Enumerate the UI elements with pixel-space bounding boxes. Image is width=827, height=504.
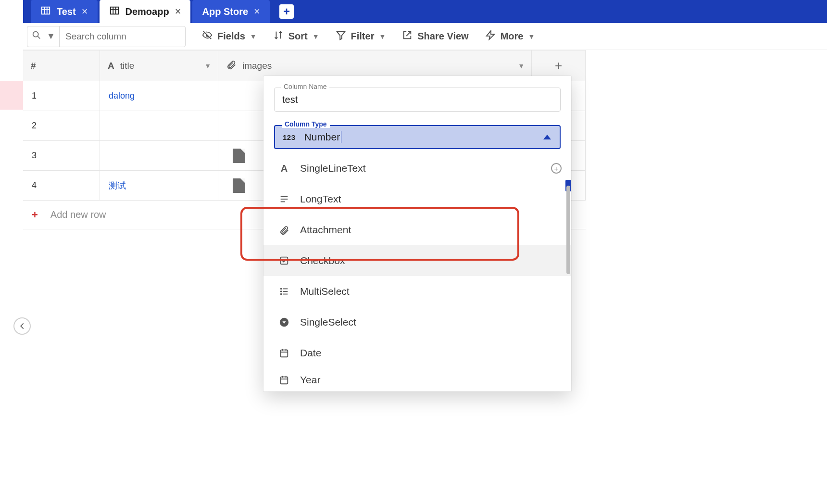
svg-point-21 [281, 294, 282, 295]
bolt-icon [485, 30, 496, 43]
plus-icon: + [32, 209, 38, 221]
column-type-label: Column Type [282, 120, 330, 128]
text-type-icon: A [278, 163, 290, 174]
external-link-icon [402, 30, 413, 43]
tab-label: Test [57, 6, 76, 17]
plus-circle-icon[interactable]: + [551, 163, 562, 174]
column-config-popup: Column Name Column Type 123 Number A Sin… [263, 76, 571, 391]
search-column-box[interactable]: ▼ [27, 26, 186, 47]
search-icon [31, 30, 42, 43]
svg-marker-10 [337, 32, 345, 40]
close-icon[interactable]: × [254, 5, 260, 18]
type-option-date[interactable]: Date [263, 338, 571, 368]
filter-button[interactable]: Filter ▼ [336, 30, 386, 43]
file-icon[interactable] [233, 178, 245, 193]
svg-rect-4 [110, 7, 118, 14]
file-icon[interactable] [233, 149, 245, 163]
list-icon [278, 286, 290, 297]
column-name-input[interactable] [274, 88, 561, 112]
svg-rect-24 [281, 350, 288, 357]
svg-rect-0 [42, 7, 50, 14]
sort-button[interactable]: Sort ▼ [273, 30, 319, 43]
column-header-index[interactable]: # [23, 50, 100, 81]
share-view-button[interactable]: Share View [402, 30, 468, 43]
tab-test[interactable]: Test × [31, 0, 98, 23]
chevron-down-icon[interactable]: ▼ [204, 62, 211, 70]
text-type-icon: A [108, 61, 114, 71]
tab-demoapp[interactable]: Demoapp × [100, 0, 191, 23]
type-option-multiselect[interactable]: MultiSelect [263, 276, 571, 307]
sidebar-collapse-button[interactable] [13, 317, 31, 335]
dropdown-icon [278, 317, 290, 328]
chevron-down-icon: ▼ [47, 31, 55, 41]
table-icon [40, 5, 51, 18]
type-option-longtext[interactable]: LongText [263, 184, 571, 214]
chevron-down-icon[interactable]: ▼ [518, 62, 525, 70]
chevron-down-icon: ▼ [313, 33, 319, 40]
checkbox-icon [278, 255, 290, 266]
svg-line-9 [38, 36, 40, 38]
view-toolbar: ▼ Fields ▼ Sort ▼ Filter ▼ Share View [23, 23, 827, 50]
tab-label: App Store [202, 6, 248, 17]
type-option-singleselect[interactable]: SingleSelect [263, 307, 571, 338]
type-option-singlelinetext[interactable]: A SingleLineText + [263, 153, 571, 184]
more-button[interactable]: More ▼ [485, 30, 535, 43]
chevron-up-icon [543, 135, 551, 139]
type-option-attachment[interactable]: Attachment [263, 214, 571, 245]
tab-bar: Test × Demoapp × App Store × + [23, 0, 827, 23]
filter-icon [336, 30, 346, 43]
search-input[interactable] [60, 31, 185, 42]
close-icon[interactable]: × [82, 5, 88, 18]
attachment-icon [226, 59, 237, 72]
calendar-icon [278, 348, 290, 358]
eye-off-icon [202, 30, 213, 43]
attachment-icon [278, 225, 290, 235]
column-header-title[interactable]: A title ▼ [100, 50, 218, 81]
tab-appstore[interactable]: App Store × [192, 0, 269, 23]
chevron-down-icon: ▼ [528, 33, 535, 40]
number-type-icon: 123 [283, 133, 296, 141]
sort-icon [273, 30, 284, 43]
calendar-icon [278, 375, 290, 385]
table-icon [109, 5, 120, 18]
sidebar-highlight [0, 81, 23, 110]
type-option-checkbox[interactable]: Checkbox [263, 245, 571, 276]
close-icon[interactable]: × [175, 5, 181, 18]
longtext-icon [278, 194, 290, 204]
scrollbar-thumb[interactable] [566, 186, 570, 274]
svg-point-19 [281, 289, 282, 290]
fields-button[interactable]: Fields ▼ [202, 30, 257, 43]
text-cursor [341, 131, 341, 143]
svg-rect-15 [281, 257, 288, 265]
column-type-select[interactable]: Column Type 123 Number [274, 125, 561, 149]
svg-rect-28 [281, 377, 288, 384]
tab-label: Demoapp [125, 6, 169, 17]
column-name-label: Column Name [281, 83, 329, 90]
type-option-year[interactable]: Year [263, 368, 571, 391]
add-tab-button[interactable]: + [279, 4, 294, 19]
chevron-down-icon: ▼ [250, 33, 257, 40]
svg-point-8 [33, 32, 38, 37]
svg-marker-11 [486, 31, 494, 39]
column-type-list: A SingleLineText + LongText Attachment C… [263, 153, 571, 391]
svg-point-20 [281, 291, 282, 292]
chevron-down-icon: ▼ [379, 33, 386, 40]
